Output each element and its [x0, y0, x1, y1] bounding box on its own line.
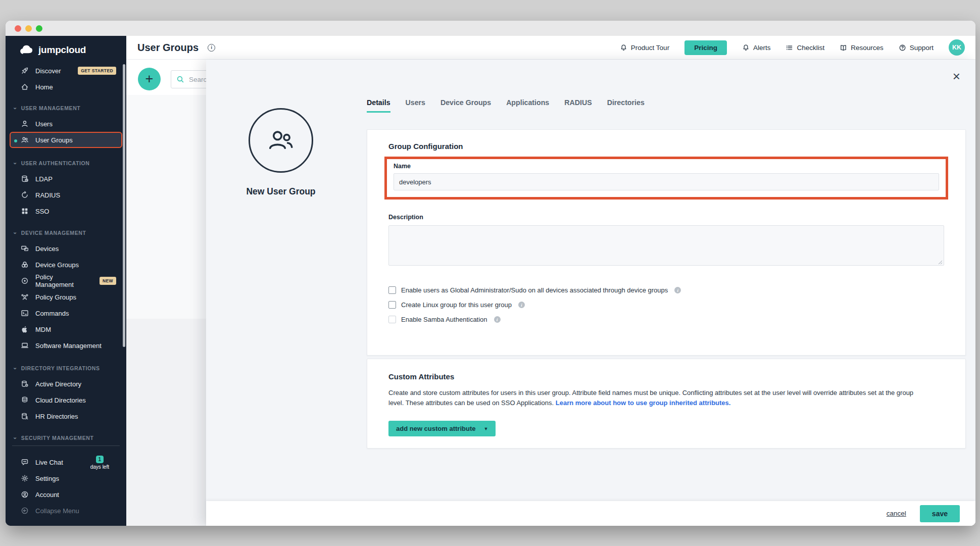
tab-directories[interactable]: Directories	[607, 98, 645, 113]
jumpcloud-logo[interactable]: jumpcloud	[6, 41, 126, 59]
entity-title: New User Group	[235, 186, 326, 197]
support-button[interactable]: Support	[899, 44, 934, 52]
group-name-input[interactable]	[394, 173, 939, 190]
product-tour-button[interactable]: Product Tour	[620, 44, 669, 52]
user-group-icon	[21, 136, 29, 144]
close-icon[interactable]: ×	[953, 70, 960, 83]
sidebar-item-label: SSO	[35, 208, 49, 215]
sidebar-item-active-directory[interactable]: Active Directory	[10, 376, 122, 392]
policy-groups-icon	[21, 293, 29, 301]
chevron-down-icon: ⌄	[13, 229, 18, 235]
sidebar-item-cloud-directories[interactable]: Cloud Directories	[10, 392, 122, 408]
logo-text: jumpcloud	[38, 44, 86, 56]
active-directory-icon	[21, 380, 29, 388]
checkbox-linux-group[interactable]: Create Linux group for this user group i	[388, 301, 944, 309]
main-header: User Groups i Product Tour Pricing Alert…	[126, 36, 975, 60]
sidebar-item-policy-groups[interactable]: Policy Groups	[10, 289, 122, 305]
section-user-authentication[interactable]: ⌄ USER AUTHENTICATION	[6, 156, 126, 171]
sidebar-nav: Discover GET STARTED Home ⌄ USER MANAGEM…	[6, 63, 126, 445]
close-window-button[interactable]	[15, 25, 21, 32]
add-user-group-button[interactable]: +	[138, 68, 161, 90]
commands-icon	[21, 309, 29, 317]
get-started-badge: GET STARTED	[78, 67, 116, 75]
home-icon	[21, 83, 29, 91]
sidebar-item-sso[interactable]: SSO	[10, 203, 122, 219]
sidebar-item-devices[interactable]: Devices	[10, 240, 122, 257]
sidebar-item-label: User Groups	[35, 136, 73, 144]
sidebar-item-label: Settings	[35, 475, 59, 482]
checklist-button[interactable]: Checklist	[786, 44, 824, 52]
sidebar-item-settings[interactable]: Settings	[10, 470, 122, 486]
sidebar-item-account[interactable]: Account	[10, 486, 122, 503]
tab-device-groups[interactable]: Device Groups	[440, 98, 491, 113]
custom-attributes-description: Create and store custom attributes for u…	[388, 388, 925, 408]
tab-users[interactable]: Users	[406, 98, 425, 113]
sidebar-item-label: Home	[35, 83, 53, 91]
sidebar-item-hr-directories[interactable]: HR Directories	[10, 408, 122, 424]
learn-more-link[interactable]: Learn more about how to use group inheri…	[556, 399, 731, 407]
info-icon[interactable]: i	[674, 287, 681, 293]
section-directory-integrations[interactable]: ⌄ DIRECTORY INTEGRATIONS	[6, 361, 126, 376]
checkbox-global-admin[interactable]: Enable users as Global Administrator/Sud…	[388, 286, 944, 294]
maximize-window-button[interactable]	[36, 25, 42, 32]
policy-management-icon	[21, 277, 29, 285]
sidebar-item-label: Active Directory	[35, 380, 81, 388]
sidebar-item-label: Users	[35, 120, 53, 128]
cloud-directories-icon	[21, 396, 29, 404]
sidebar-item-label: RADIUS	[35, 191, 60, 199]
new-user-group-panel: × New User Group Details Users Device Gr…	[206, 60, 975, 526]
minimize-window-button[interactable]	[25, 25, 32, 32]
user-avatar[interactable]: KK	[949, 39, 965, 56]
mdm-apple-icon	[21, 325, 29, 333]
sidebar-item-mdm[interactable]: MDM	[10, 321, 122, 337]
description-textarea[interactable]	[388, 225, 944, 266]
sidebar-item-collapse-menu[interactable]: Collapse Menu	[10, 503, 122, 519]
resources-button[interactable]: Resources	[840, 44, 884, 52]
account-icon	[21, 490, 29, 499]
sidebar-item-software-management[interactable]: Software Management	[10, 337, 122, 354]
rocket-icon	[21, 67, 29, 75]
search-icon	[176, 75, 185, 84]
sidebar-item-label: LDAP	[35, 175, 53, 183]
sidebar-item-radius[interactable]: RADIUS	[10, 187, 122, 203]
info-icon[interactable]: i	[208, 44, 215, 52]
sidebar: jumpcloud Discover GET STARTED Home ⌄ US…	[6, 36, 126, 526]
sidebar-item-user-groups[interactable]: User Groups	[10, 132, 122, 148]
section-device-management[interactable]: ⌄ DEVICE MANAGEMENT	[6, 225, 126, 240]
sidebar-item-label: Commands	[35, 310, 69, 317]
window-titlebar	[6, 21, 975, 36]
tab-details[interactable]: Details	[367, 98, 390, 113]
sidebar-item-policy-management[interactable]: Policy Management NEW	[10, 273, 122, 289]
save-button[interactable]: save	[920, 505, 960, 522]
tab-radius[interactable]: RADIUS	[564, 98, 592, 113]
chevron-down-icon: ⌄	[13, 434, 18, 440]
sidebar-item-commands[interactable]: Commands	[10, 305, 122, 321]
alerts-button[interactable]: Alerts	[742, 44, 771, 52]
sidebar-item-ldap[interactable]: LDAP	[10, 171, 122, 187]
checkbox-box[interactable]	[388, 301, 396, 309]
sidebar-scrollbar[interactable]	[123, 64, 125, 347]
sidebar-item-device-groups[interactable]: Device Groups	[10, 257, 122, 273]
pricing-button[interactable]: Pricing	[684, 40, 727, 55]
sidebar-item-live-chat[interactable]: Live Chat 1 days left	[10, 454, 122, 470]
section-user-management[interactable]: ⌄ USER MANAGEMENT	[6, 101, 126, 116]
main-area: User Groups i Product Tour Pricing Alert…	[126, 36, 975, 526]
software-management-icon	[21, 341, 29, 350]
checkbox-box	[388, 316, 396, 323]
sidebar-item-users[interactable]: Users	[10, 116, 122, 132]
sidebar-item-label: Account	[35, 491, 59, 499]
sidebar-item-discover[interactable]: Discover GET STARTED	[10, 63, 122, 79]
new-badge: NEW	[100, 277, 116, 285]
info-icon[interactable]: i	[518, 302, 525, 308]
tab-applications[interactable]: Applications	[506, 98, 549, 113]
cancel-button[interactable]: cancel	[887, 510, 906, 517]
checkbox-samba-auth[interactable]: Enable Samba Authentication i	[388, 316, 944, 323]
user-icon	[21, 120, 29, 128]
sidebar-item-home[interactable]: Home	[10, 79, 122, 95]
add-custom-attribute-button[interactable]: add new custom attribute ▼	[388, 421, 496, 436]
section-security-management[interactable]: ⌄ SECURITY MANAGEMENT	[6, 430, 126, 445]
sidebar-item-label: Cloud Directories	[35, 396, 86, 404]
info-icon[interactable]: i	[494, 316, 501, 323]
live-chat-icon	[21, 458, 29, 466]
checkbox-box[interactable]	[388, 286, 396, 294]
